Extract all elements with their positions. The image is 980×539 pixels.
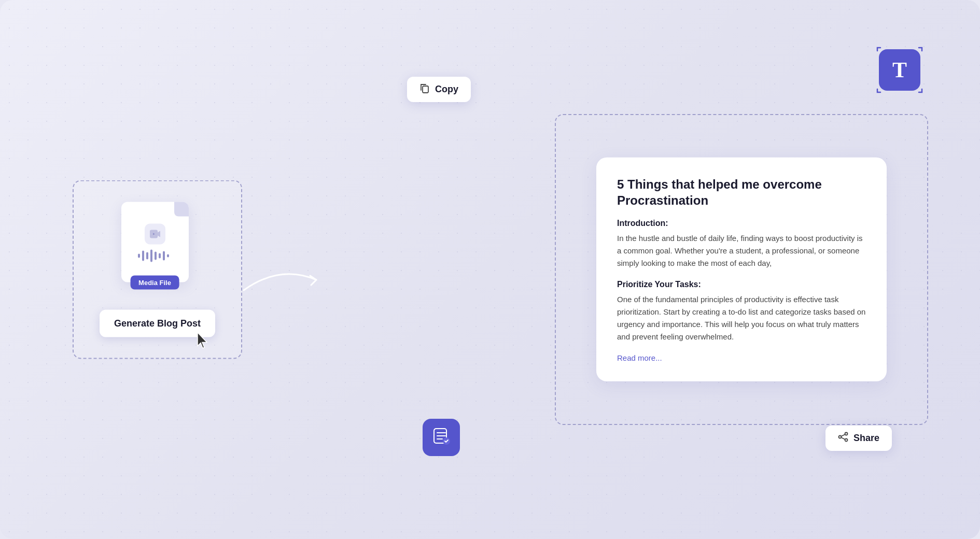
text-format-box: T	[879, 49, 920, 91]
svg-rect-4	[150, 250, 152, 262]
edit-icon-box[interactable]	[423, 419, 460, 456]
svg-line-14	[841, 437, 845, 439]
read-more-link[interactable]: Read more...	[617, 353, 662, 362]
svg-point-11	[838, 436, 841, 438]
copy-button[interactable]: Copy	[407, 77, 471, 102]
prioritize-heading: Prioritize Your Tasks:	[617, 280, 866, 289]
share-button[interactable]: Share	[825, 425, 892, 451]
file-corner	[174, 202, 189, 217]
video-icon	[145, 224, 165, 245]
copy-icon	[419, 83, 430, 96]
svg-rect-6	[159, 253, 161, 259]
text-format-icon-wrapper: T	[876, 47, 923, 93]
text-format-letter: T	[892, 59, 907, 81]
svg-rect-2	[142, 251, 144, 261]
left-dashed-box: Media File Generate Blog Post	[73, 180, 242, 359]
main-container: Media File Generate Blog Post 5 Things t…	[0, 0, 980, 539]
file-icon-area	[137, 219, 173, 266]
media-file-card: Media File	[121, 202, 194, 285]
svg-point-12	[845, 439, 847, 442]
left-section: Media File Generate Blog Post	[73, 180, 242, 359]
arrow	[239, 259, 321, 301]
svg-rect-3	[146, 252, 148, 260]
waveform-icon	[137, 249, 173, 266]
svg-rect-8	[167, 254, 169, 258]
copy-label: Copy	[435, 84, 458, 95]
svg-rect-7	[163, 251, 165, 261]
svg-rect-5	[155, 252, 157, 260]
cursor-icon	[195, 332, 210, 353]
intro-heading: Introduction:	[617, 219, 866, 228]
svg-rect-9	[423, 86, 428, 93]
svg-rect-1	[138, 254, 140, 258]
prioritize-text: One of the fundamental principles of pro…	[617, 293, 866, 343]
svg-line-13	[841, 434, 845, 436]
media-file-label: Media File	[130, 276, 179, 290]
file-paper: Media File	[121, 202, 189, 282]
share-label: Share	[853, 433, 879, 444]
blog-title: 5 Things that helped me overcome Procras…	[617, 176, 866, 208]
svg-point-10	[845, 433, 847, 435]
blog-card: 5 Things that helped me overcome Procras…	[596, 158, 887, 381]
share-icon	[838, 432, 848, 445]
edit-icon	[432, 427, 451, 449]
intro-text: In the hustle and bustle of daily life, …	[617, 232, 866, 270]
